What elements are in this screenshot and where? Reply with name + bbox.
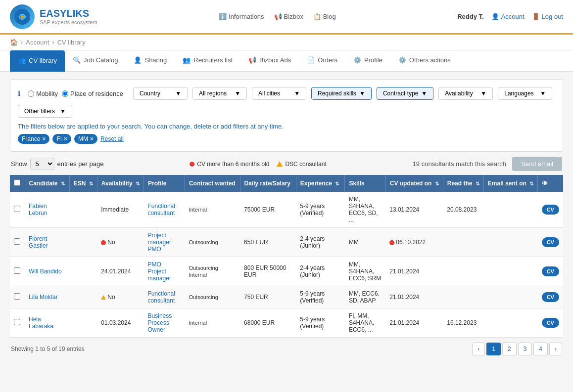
remove-mm-tag[interactable]: × xyxy=(90,135,94,142)
sort-candidate-icon: ⇅ xyxy=(61,181,65,186)
nav-informations[interactable]: ℹ️ Informations xyxy=(219,13,264,20)
col-availability[interactable]: Availability ⇅ xyxy=(97,175,143,192)
profile-link-0[interactable]: Functional consultant xyxy=(148,203,175,217)
page-1-button[interactable]: 1 xyxy=(486,343,501,355)
other-filters-dropdown[interactable]: Other filters ▼ xyxy=(18,105,72,118)
page-4-button[interactable]: 4 xyxy=(533,343,548,355)
candidate-link-4[interactable]: Hela Labaraka xyxy=(29,316,53,330)
entries-per-page-select[interactable]: 5 10 25 50 xyxy=(30,158,54,170)
row-rate-4: 68000 EUR xyxy=(240,308,296,338)
row-profile-4: Business Process Owner xyxy=(144,308,185,338)
row-candidate-1: Florent Gastier xyxy=(25,228,69,257)
subnav-recruiters-list[interactable]: 👥 Recruiters list xyxy=(175,50,240,71)
languages-dropdown[interactable]: Languages ▼ xyxy=(498,87,552,100)
row-experience-4: 5-9 years (Verified) xyxy=(296,308,345,338)
subnav-cv-library[interactable]: 👥 CV library xyxy=(10,50,65,72)
page-2-button[interactable]: 2 xyxy=(502,343,517,355)
applied-filters: The filters below are applied to your se… xyxy=(18,123,555,144)
mobility-radio[interactable] xyxy=(28,90,34,97)
row-contract-0: Internal xyxy=(185,192,240,228)
prev-page-button[interactable]: ‹ xyxy=(472,343,485,355)
breadcrumb-account[interactable]: Account xyxy=(26,39,49,46)
subnav-orders[interactable]: 📄 Orders xyxy=(299,50,345,71)
row-email-sent-2 xyxy=(483,257,537,286)
col-cv-action: 👁 xyxy=(538,175,563,192)
row-select-checkbox-3[interactable] xyxy=(14,293,20,300)
remove-france-tag[interactable]: × xyxy=(42,135,46,142)
profile-link-2[interactable]: PMO Project manager xyxy=(148,261,171,282)
main-content: ℹ Mobility Place of residence Country ▼ … xyxy=(0,72,573,368)
page-3-button[interactable]: 3 xyxy=(518,343,532,355)
row-read-3 xyxy=(443,286,483,308)
col-candidate[interactable]: Candidate ⇅ xyxy=(25,175,69,192)
row-select-checkbox-2[interactable] xyxy=(14,267,20,274)
legend-old-cv: CV more than 6 months old xyxy=(190,161,269,168)
profile-link-3[interactable]: Functional consultant xyxy=(148,290,175,304)
candidate-link-3[interactable]: Lila Moktar xyxy=(29,294,58,301)
col-contract: Contract wanted xyxy=(185,175,240,192)
row-experience-3: 5-9 years (Verified) xyxy=(296,286,345,308)
row-select-checkbox-1[interactable] xyxy=(14,238,20,245)
col-cv-updated[interactable]: CV updated on ⇅ xyxy=(385,175,443,192)
row-experience-1: 2-4 years (Junior) xyxy=(296,228,345,257)
home-link[interactable]: 🏠 xyxy=(10,39,18,46)
row-select-checkbox-0[interactable] xyxy=(14,206,20,212)
skills-dropdown[interactable]: Required skills ▼ xyxy=(311,87,372,100)
remove-fi-tag[interactable]: × xyxy=(64,135,67,142)
mobility-label[interactable]: Mobility xyxy=(28,90,58,97)
showing-entries: Showing 1 to 5 of 19 entries xyxy=(11,346,85,352)
profile-link-1[interactable]: Project manager PMO xyxy=(148,232,171,253)
candidate-link-0[interactable]: Fabien Lebrun xyxy=(29,203,47,217)
select-all-checkbox[interactable] xyxy=(14,179,20,186)
col-experience[interactable]: Experience ⇅ xyxy=(296,175,345,192)
contract-dropdown[interactable]: Contract type ▼ xyxy=(377,87,433,100)
col-email-sent[interactable]: Email sent on ⇅ xyxy=(483,175,537,192)
row-esn-2 xyxy=(69,257,97,286)
sort-read-icon: ⇅ xyxy=(476,181,479,186)
show-entries: Show 5 10 25 50 entries per page xyxy=(11,158,103,170)
subnav-profile[interactable]: ⚙️ Profile xyxy=(345,50,390,71)
sharing-icon: 👤 xyxy=(134,56,142,64)
subnav-bizbox-ads[interactable]: 📢 Bizbox Ads xyxy=(240,50,299,71)
cv-button-4[interactable]: CV xyxy=(542,318,559,328)
profile-link-4[interactable]: Business Process Owner xyxy=(148,312,172,333)
nav-bizbox[interactable]: 📢 Bizbox xyxy=(274,13,303,20)
pagination-area: Showing 1 to 5 of 19 entries ‹ 1 2 3 4 › xyxy=(10,338,563,360)
cv-button-3[interactable]: CV xyxy=(542,292,559,302)
logout-link[interactable]: 🚪 Log out xyxy=(532,13,563,20)
reset-all-link[interactable]: Reset all xyxy=(100,135,124,142)
residence-label[interactable]: Place of residence xyxy=(62,90,123,97)
residence-radio[interactable] xyxy=(62,90,68,97)
row-candidate-4: Hela Labaraka xyxy=(25,308,69,338)
cv-button-1[interactable]: CV xyxy=(542,237,559,247)
red-dot-icon xyxy=(101,240,106,245)
account-link[interactable]: 👤 Account xyxy=(491,13,525,20)
send-email-button[interactable]: Send email xyxy=(512,157,562,171)
cities-dropdown[interactable]: All cities ▼ xyxy=(252,87,306,100)
col-esn[interactable]: ESN ⇅ xyxy=(69,175,97,192)
col-read-the[interactable]: Read the ⇅ xyxy=(443,175,483,192)
regions-dropdown[interactable]: All regions ▼ xyxy=(192,87,247,100)
subnav-sharing[interactable]: 👤 Sharing xyxy=(126,50,175,71)
cv-button-0[interactable]: CV xyxy=(542,205,559,215)
row-candidate-0: Fabien Lebrun xyxy=(25,192,69,228)
row-cv-updated-3: 21.01.2024 xyxy=(385,286,443,308)
sort-experience-icon: ⇅ xyxy=(335,181,339,186)
row-availability-0: Immediate xyxy=(97,192,143,228)
nav-blog[interactable]: 📋 Blog xyxy=(313,13,336,20)
row-esn-3 xyxy=(69,286,97,308)
cv-button-2[interactable]: CV xyxy=(542,266,559,276)
row-profile-2: PMO Project manager xyxy=(144,257,185,286)
col-profile: Profile xyxy=(144,175,185,192)
next-page-button[interactable]: › xyxy=(549,343,562,355)
col-skills: Skills xyxy=(345,175,385,192)
row-availability-3: No xyxy=(97,286,143,308)
availability-dropdown[interactable]: Availability ▼ xyxy=(438,87,493,100)
candidate-link-1[interactable]: Florent Gastier xyxy=(29,235,48,249)
subnav-job-catalog[interactable]: 🔍 Job Catalog xyxy=(65,50,126,71)
candidate-link-2[interactable]: Will Bandido xyxy=(29,268,62,275)
row-email-sent-4 xyxy=(483,308,537,338)
subnav-others-actions[interactable]: ⚙️ Others actions xyxy=(390,50,459,71)
country-dropdown[interactable]: Country ▼ xyxy=(133,87,188,100)
row-select-checkbox-4[interactable] xyxy=(14,319,20,325)
